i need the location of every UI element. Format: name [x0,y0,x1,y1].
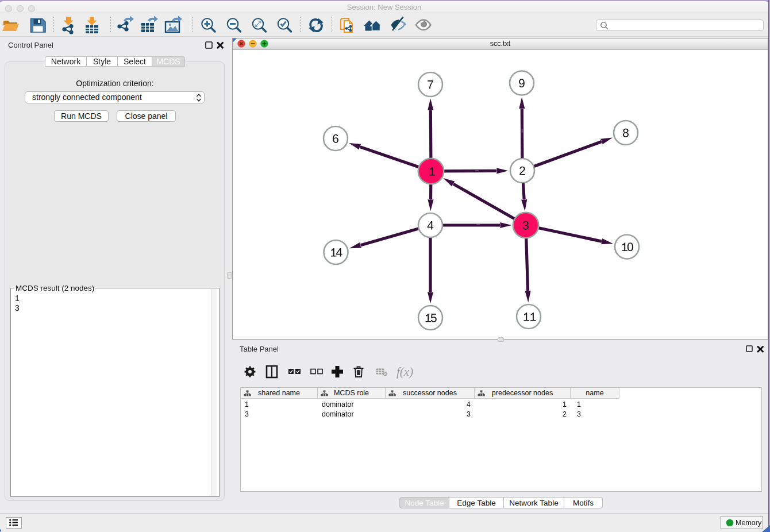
svg-text:f(x): f(x) [396,365,413,379]
